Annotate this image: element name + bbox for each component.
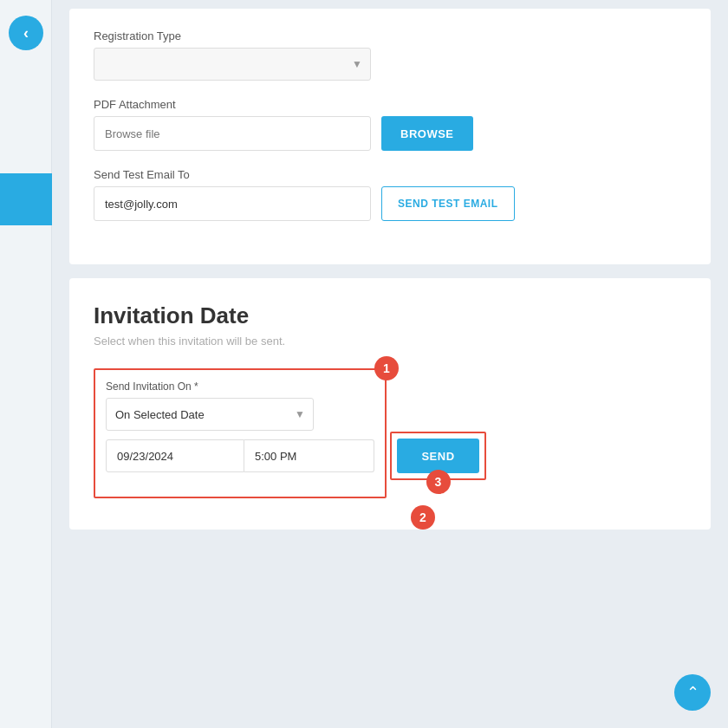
annotation-circle-1: 1 [374, 356, 399, 380]
send-test-email-button[interactable]: SEND TEST EMAIL [381, 186, 515, 221]
invitation-date-title: Invitation Date [94, 302, 686, 329]
registration-type-select-wrapper: ▼ [94, 48, 371, 81]
registration-type-select[interactable] [94, 48, 371, 81]
pdf-attachment-label: PDF Attachment [94, 98, 686, 111]
invitation-date-subtitle: Select when this invitation will be sent… [94, 335, 686, 348]
sidebar: ‹ [0, 0, 52, 728]
browse-row: BROWSE [94, 116, 686, 151]
send-button[interactable]: SEND [397, 439, 478, 473]
registration-type-group: Registration Type ▼ [94, 29, 686, 81]
main-content: Registration Type ▼ PDF Attachment BROWS… [52, 0, 728, 728]
send-on-label: Send Invitation On * [106, 380, 374, 393]
send-test-email-group: Send Test Email To SEND TEST EMAIL [94, 168, 686, 221]
send-on-select[interactable]: On Selected Date Immediately Scheduled [106, 398, 314, 431]
send-test-email-label: Send Test Email To [94, 168, 686, 181]
invitation-date-card: Invitation Date Select when this invitat… [69, 278, 711, 530]
annotation-box-1-2: Send Invitation On * On Selected Date Im… [94, 368, 387, 498]
test-email-input[interactable] [94, 186, 371, 221]
sidebar-blue-bar [0, 173, 52, 225]
top-card: Registration Type ▼ PDF Attachment BROWS… [69, 9, 711, 264]
pdf-attachment-group: PDF Attachment BROWSE [94, 98, 686, 151]
chevron-up-icon: ⌃ [686, 683, 699, 702]
back-button[interactable]: ‹ [9, 16, 43, 50]
annotation-circle-3: 3 [426, 470, 451, 494]
send-invitation-section: Send Invitation On * On Selected Date Im… [106, 380, 374, 431]
date-input[interactable] [106, 439, 244, 472]
back-icon: ‹ [23, 24, 29, 42]
test-email-row: SEND TEST EMAIL [94, 186, 686, 221]
registration-type-label: Registration Type [94, 29, 686, 42]
annotation-circle-2: 2 [411, 505, 435, 530]
browse-button[interactable]: BROWSE [381, 116, 473, 151]
scroll-up-button[interactable]: ⌃ [674, 674, 711, 711]
browse-file-input[interactable] [94, 116, 371, 151]
time-input[interactable] [244, 439, 374, 472]
send-on-select-wrapper: On Selected Date Immediately Scheduled ▼ [106, 398, 314, 431]
datetime-row [106, 439, 374, 472]
